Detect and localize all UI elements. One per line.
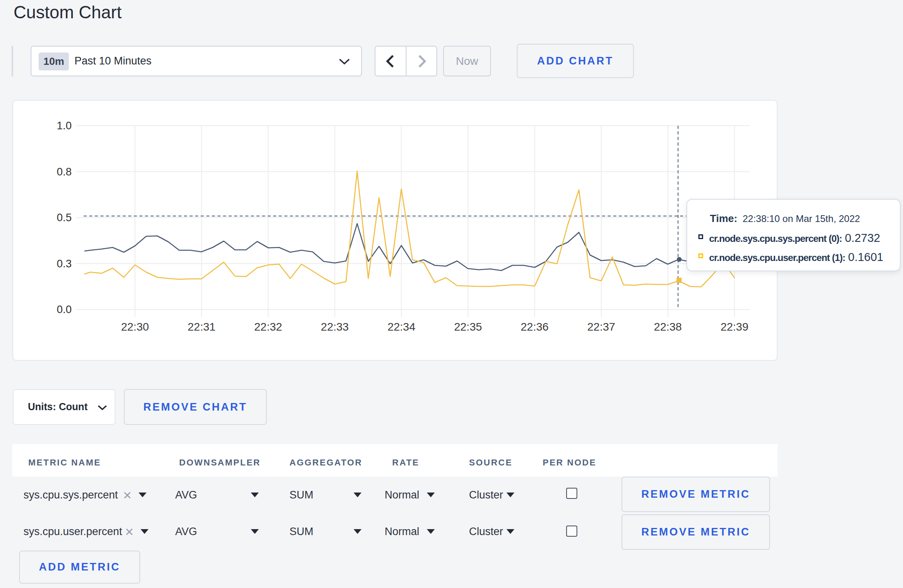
svg-text:22:38: 22:38 (654, 321, 682, 333)
svg-text:22:34: 22:34 (387, 321, 415, 333)
svg-text:22:33: 22:33 (321, 321, 349, 333)
svg-text:1.0: 1.0 (57, 120, 72, 132)
svg-text:22:35: 22:35 (454, 321, 482, 333)
svg-text:22:30: 22:30 (121, 321, 149, 333)
svg-text:22:32: 22:32 (254, 321, 282, 333)
svg-text:22:39: 22:39 (721, 321, 749, 333)
svg-text:0.3: 0.3 (57, 258, 72, 270)
svg-text:22:36: 22:36 (521, 321, 549, 333)
svg-text:0.8: 0.8 (57, 166, 72, 178)
svg-text:22:31: 22:31 (188, 321, 215, 333)
svg-text:0.5: 0.5 (57, 212, 72, 224)
svg-text:22:37: 22:37 (587, 321, 615, 333)
svg-text:0.0: 0.0 (57, 304, 72, 315)
